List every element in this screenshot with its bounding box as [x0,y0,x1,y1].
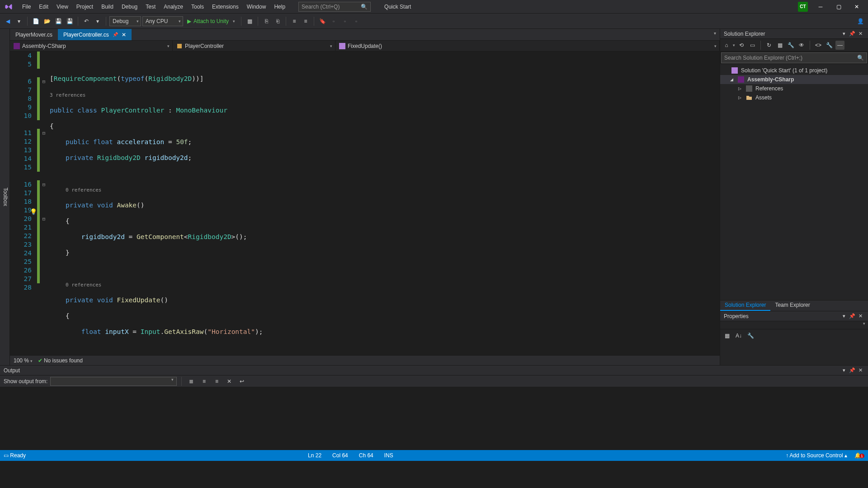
solution-icon [731,67,739,74]
se-preview-button[interactable]: 👁 [797,41,806,50]
tab-solution-explorer[interactable]: Solution Explorer [720,300,770,311]
se-home-button[interactable]: ⌂ [722,41,731,50]
new-item-button[interactable]: 📄 [31,16,41,26]
nav-class-combo[interactable]: PlayerController [173,41,335,51]
menu-test[interactable]: Test [142,2,160,12]
csproj-icon [738,76,745,83]
output-dropdown-button[interactable]: ▾ [840,367,848,373]
menu-extensions[interactable]: Extensions [208,2,243,12]
close-button[interactable]: ✕ [848,0,866,13]
tool-btn-2[interactable]: ⎘ [261,16,271,26]
menu-tools[interactable]: Tools [187,2,208,12]
panel-pin-button[interactable]: 📌 [848,31,856,37]
code-content[interactable]: [RequireComponent(typeof(Rigidbody2D))] … [48,52,720,355]
undo-button[interactable]: ↶ [81,16,91,26]
output-btn-2[interactable]: ≡ [199,376,209,386]
notifications-icon[interactable]: 🔔1 [854,452,864,459]
nav-scope-combo[interactable]: Assembly-CSharp [10,41,173,51]
props-dropdown-button[interactable]: ▾ [840,313,848,319]
nav-back-button[interactable]: ◀ [3,16,13,26]
props-alpha-button[interactable]: A↓ [734,331,744,341]
nav-fwd-button[interactable]: ▾ [14,16,24,26]
menu-analyze[interactable]: Analyze [160,2,187,12]
doc-tab-playermover[interactable]: PlayerMover.cs [10,29,58,40]
tab-team-explorer[interactable]: Team Explorer [770,300,814,311]
tree-solution[interactable]: Solution 'Quick Start' (1 of 1 project) [720,66,868,75]
user-badge[interactable]: CT [798,2,808,12]
se-sync-button[interactable]: ⟲ [737,41,746,50]
solution-tree[interactable]: Solution 'Quick Start' (1 of 1 project) … [720,64,868,300]
output-textarea[interactable] [0,387,868,450]
status-mode: INS [384,452,393,459]
save-button[interactable]: 💾 [53,16,63,26]
props-categorized-button[interactable]: ▦ [722,331,732,341]
line-gutter: 4567891011121314151617181920212223242526… [10,52,37,355]
svg-rect-0 [14,43,20,49]
se-code-button[interactable]: <> [814,41,823,50]
attach-to-unity-button[interactable]: ▶Attach to Unity▾ [184,16,238,26]
panel-dropdown-button[interactable]: ▾ [840,31,848,37]
menu-help[interactable]: Help [270,2,289,12]
menu-build[interactable]: Build [97,2,118,12]
menu-debug[interactable]: Debug [118,2,142,12]
search-icon: 🔍 [361,4,368,10]
se-showall-button[interactable]: ▦ [775,41,784,50]
config-combo[interactable]: Debug [109,16,141,26]
toolbox-panel-tab[interactable]: Toolbox [0,29,10,365]
lightbulb-icon[interactable]: 💡 [30,208,37,215]
output-btn-3[interactable]: ≡ [212,376,222,386]
props-wrench-button[interactable]: 🔧 [745,331,755,341]
output-close-button[interactable]: ✕ [856,367,864,373]
menu-edit[interactable]: Edit [35,2,52,12]
maximize-button[interactable]: ▢ [830,0,848,13]
output-wrap-button[interactable]: ↩ [237,376,247,386]
se-collapse-button[interactable]: ▭ [748,41,757,50]
menu-project[interactable]: Project [72,2,97,12]
se-more-button[interactable]: — [835,41,844,50]
props-close-button[interactable]: ✕ [856,313,864,319]
output-pin-button[interactable]: 📌 [848,367,856,373]
doc-tab-playercontroller[interactable]: PlayerController.cs 📌 ✕ [58,29,132,40]
zoom-combo[interactable]: 100 % [14,357,33,364]
tool-btn-8[interactable]: ▫ [351,16,361,26]
close-tab-icon[interactable]: ✕ [122,32,126,38]
tool-btn-6[interactable]: ▫ [329,16,339,26]
open-button[interactable]: 📂 [42,16,52,26]
code-editor[interactable]: 4567891011121314151617181920212223242526… [10,52,720,355]
tool-btn-1[interactable]: ▦ [245,16,255,26]
tree-project[interactable]: ◢ Assembly-CSharp [720,75,868,84]
menu-window[interactable]: Window [243,2,270,12]
doc-tab-label: PlayerMover.cs [15,32,52,38]
output-source-combo[interactable] [50,377,177,386]
bookmark-button[interactable]: 🔖 [317,16,327,26]
se-properties-button[interactable]: 🔧 [786,41,795,50]
fold-column[interactable]: ⊟⊟⊟⊟ [40,52,48,355]
se-refresh-button[interactable]: ↻ [764,41,774,50]
props-pin-button[interactable]: 📌 [848,313,856,319]
output-btn-1[interactable]: ≣ [186,376,196,386]
solution-search-input[interactable]: Search Solution Explorer (Ctrl+;)🔍 [721,52,867,63]
quick-search-input[interactable]: Search (Ctrl+Q)🔍 [298,2,371,12]
menu-file[interactable]: File [18,2,35,12]
se-wrench-button[interactable]: 🔧 [825,41,834,50]
tree-references[interactable]: ▷ References [720,84,868,93]
live-share-button[interactable]: 👤 [855,16,865,26]
tool-btn-3[interactable]: ⎗ [273,16,283,26]
pin-icon[interactable]: 📌 [113,32,118,37]
save-all-button[interactable]: 💾 [65,16,75,26]
panel-close-button[interactable]: ✕ [856,31,864,37]
nav-member-combo[interactable]: FixedUpdate() [335,41,720,51]
minimize-button[interactable]: ─ [811,0,830,13]
status-ready: ▭ Ready [4,452,26,459]
add-source-control-button[interactable]: ↑ Add to Source Control ▴ [786,452,847,459]
redo-button[interactable]: ▾ [93,16,103,26]
tab-overflow-button[interactable]: ▾ [710,29,720,40]
tree-assets[interactable]: ▷ Assets [720,93,868,102]
platform-combo[interactable]: Any CPU [142,16,183,26]
issues-status[interactable]: ✔ No issues found [38,357,83,364]
tool-btn-4[interactable]: ≡ [289,16,299,26]
tool-btn-7[interactable]: ▫ [340,16,350,26]
output-clear-button[interactable]: ✕ [224,376,234,386]
tool-btn-5[interactable]: ≡ [301,16,311,26]
menu-view[interactable]: View [52,2,72,12]
